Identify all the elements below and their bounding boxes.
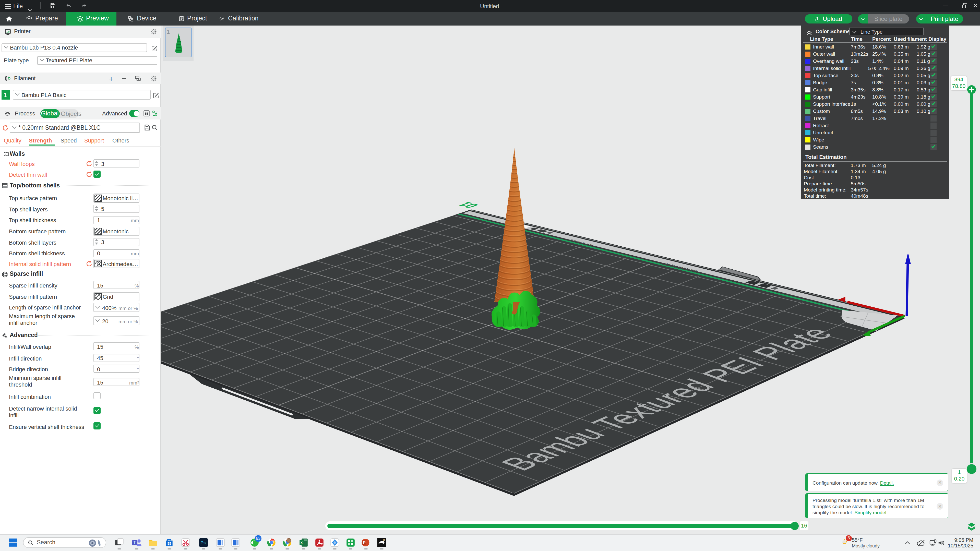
svg-text:T: T xyxy=(133,540,136,545)
svg-text:P: P xyxy=(363,540,366,545)
svg-text:X: X xyxy=(300,540,303,545)
svg-text:8: 8 xyxy=(383,538,385,542)
svg-text:01: 01 xyxy=(454,201,482,209)
svg-text:Ps: Ps xyxy=(200,540,206,545)
